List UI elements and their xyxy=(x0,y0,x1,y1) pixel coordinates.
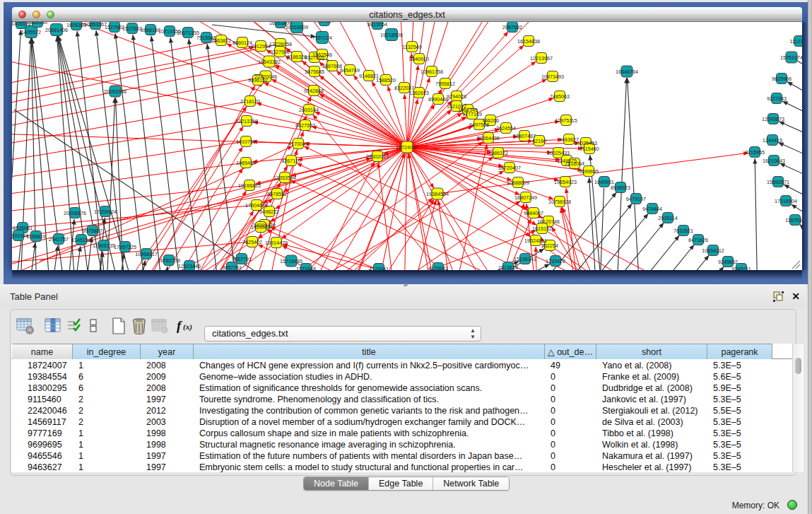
svg-text:(x): (x) xyxy=(183,322,192,332)
svg-text:f: f xyxy=(177,318,182,333)
